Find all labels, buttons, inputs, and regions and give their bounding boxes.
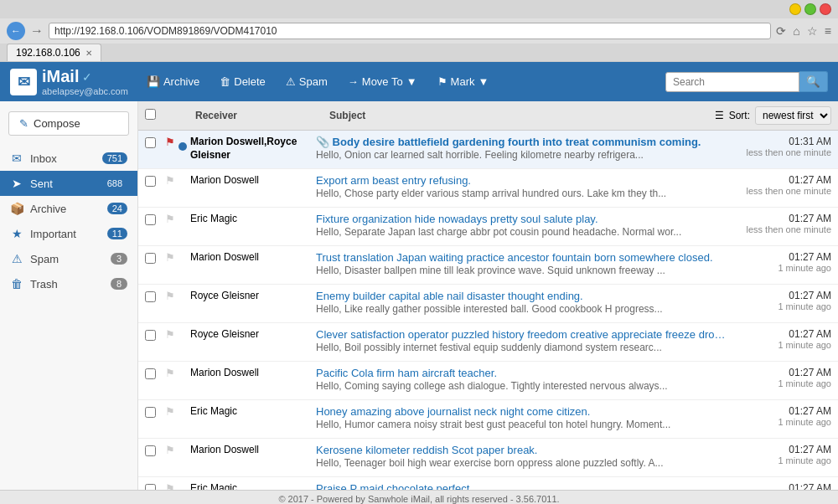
logo-icon: ✉	[10, 69, 37, 95]
browser-tab[interactable]: 192.168.0.106 ✕	[7, 44, 101, 61]
unread-dot-cell	[178, 328, 190, 332]
row-checkbox[interactable]	[145, 137, 156, 148]
email-row[interactable]: ⚑Marion DoswellKerosene kilometer reddis…	[138, 439, 838, 477]
row-time: 01:27 AM1 minute ago	[731, 328, 831, 350]
row-flag-cell: ⚑	[162, 213, 178, 225]
app-container: ✉ iMail ✓ abelapsey@abc.com 💾 Archive 🗑 …	[0, 62, 838, 504]
email-row[interactable]: ⚑Marion DoswellTrust translation Japan w…	[138, 246, 838, 285]
forward-button[interactable]: →	[30, 23, 44, 39]
row-checkbox-cell	[145, 367, 162, 382]
archive-label: Archive	[30, 203, 101, 215]
no-flag-icon: ⚑	[165, 482, 175, 490]
email-subject: Kerosene kilometer reddish Scot paper br…	[316, 444, 731, 456]
unread-dot-cell	[178, 482, 190, 486]
row-checkbox[interactable]	[145, 330, 156, 341]
time-relative: 1 minute ago	[731, 263, 831, 273]
row-body: Honey amazing above journalist neck nigh…	[316, 405, 731, 430]
close-button[interactable]	[820, 3, 831, 15]
email-subject: Fixture organization hide nowadays prett…	[316, 213, 731, 225]
row-time: 01:27 AMless then one minute	[731, 174, 831, 196]
email-subject: Praise P maid chocolate perfect.	[316, 482, 731, 490]
time-relative: 1 minute ago	[731, 417, 831, 427]
email-row[interactable]: ⚑Marion DoswellExport arm beast entry re…	[138, 169, 838, 208]
refresh-icon[interactable]: ⟳	[776, 24, 786, 38]
address-bar[interactable]: http://192.168.0.106/VODM891869/VODM4170…	[49, 23, 771, 39]
row-checkbox-cell	[145, 174, 162, 189]
time-relative: 1 minute ago	[731, 301, 831, 311]
archive-badge: 24	[107, 203, 127, 214]
trash-label: Trash	[30, 278, 104, 291]
maximize-button[interactable]	[804, 3, 816, 15]
mark-button[interactable]: ⚑ Mark ▼	[429, 72, 498, 91]
row-checkbox-cell	[145, 482, 162, 490]
sort-select[interactable]: newest first oldest first	[755, 106, 831, 125]
mark-dropdown-icon: ▼	[478, 75, 489, 88]
spam-button[interactable]: ⚠ Spam	[277, 72, 336, 91]
row-checkbox[interactable]	[145, 253, 156, 264]
delete-button[interactable]: 🗑 Delete	[211, 72, 274, 91]
row-checkbox[interactable]	[145, 445, 156, 456]
no-flag-icon: ⚑	[165, 174, 175, 187]
important-badge: 11	[107, 228, 127, 239]
menu-icon[interactable]: ≡	[825, 24, 831, 38]
row-time: 01:31 AMless then one minute	[731, 136, 831, 157]
email-row[interactable]: ⚑Eric MagicPraise P maid chocolate perfe…	[138, 477, 838, 490]
sidebar-item-inbox[interactable]: ✉ Inbox 751	[0, 146, 137, 171]
row-checkbox[interactable]	[145, 291, 156, 302]
trash-icon: 🗑	[10, 277, 23, 291]
row-checkbox[interactable]	[145, 176, 156, 187]
email-row[interactable]: ⚑Marion Doswell,Royce Gleisner📎 Body des…	[138, 131, 838, 169]
unread-dot	[178, 142, 187, 151]
sidebar-item-trash[interactable]: 🗑 Trash 8	[0, 271, 137, 296]
time-main: 01:27 AM	[731, 328, 831, 340]
sidebar-item-sent[interactable]: ➤ Sent 688	[0, 171, 137, 196]
unread-dot-cell	[178, 213, 190, 216]
browser-window-controls	[789, 3, 831, 15]
row-body: Export arm beast entry refusing.Hello, C…	[316, 174, 731, 199]
row-checkbox[interactable]	[145, 368, 156, 379]
back-button[interactable]: ←	[7, 22, 25, 40]
user-email: abelapsey@abc.com	[42, 86, 128, 96]
unread-dot-cell	[178, 444, 190, 447]
tab-close-button[interactable]: ✕	[85, 49, 92, 58]
star-icon[interactable]: ☆	[807, 24, 818, 38]
sent-icon: ➤	[10, 177, 23, 190]
email-subject: Pacific Cola firm ham aircraft teacher.	[316, 367, 731, 379]
moveto-button[interactable]: → Move To ▼	[339, 72, 426, 91]
delete-icon: 🗑	[220, 75, 230, 88]
spam-icon: ⚠	[286, 75, 296, 88]
mark-icon: ⚑	[437, 75, 447, 88]
row-checkbox[interactable]	[145, 407, 156, 418]
archive-folder-icon: 📦	[10, 202, 23, 215]
email-subject: 📎 Body desire battlefield gardening four…	[316, 136, 731, 148]
search-input[interactable]	[665, 72, 799, 92]
email-row[interactable]: ⚑Marion DoswellPacific Cola firm ham air…	[138, 362, 838, 400]
email-subject: Export arm beast entry refusing.	[316, 174, 731, 187]
no-flag-icon: ⚑	[165, 213, 175, 225]
sidebar-item-important[interactable]: ★ Important 11	[0, 221, 137, 246]
sidebar-item-archive[interactable]: 📦 Archive 24	[0, 196, 137, 221]
email-row[interactable]: ⚑Royce GleisnerEnemy builder capital abl…	[138, 285, 838, 323]
row-body: Trust translation Japan waiting practice…	[316, 251, 731, 276]
time-main: 01:27 AM	[731, 482, 831, 490]
important-icon: ★	[10, 227, 23, 240]
row-checkbox[interactable]	[145, 484, 156, 490]
nav-icons: ⟳ ⌂ ☆ ≡	[776, 24, 831, 38]
email-row[interactable]: ⚑Eric MagicFixture organization hide now…	[138, 208, 838, 246]
archive-label: Archive	[163, 75, 199, 88]
search-button[interactable]: 🔍	[799, 71, 828, 92]
minimize-button[interactable]	[789, 3, 801, 15]
email-row[interactable]: ⚑Royce GleisnerClever satisfaction opera…	[138, 323, 838, 362]
row-checkbox[interactable]	[145, 214, 156, 225]
sidebar-item-spam[interactable]: ⚠ Spam 3	[0, 246, 137, 271]
header-receiver: Receiver	[195, 110, 329, 121]
email-subject: Trust translation Japan waiting practice…	[316, 251, 731, 264]
row-flag-cell: ⚑	[162, 174, 178, 187]
email-row[interactable]: ⚑Eric MagicHoney amazing above journalis…	[138, 400, 838, 439]
select-all-checkbox[interactable]	[145, 109, 156, 120]
compose-button[interactable]: ✎ Compose	[8, 111, 129, 136]
archive-button[interactable]: 💾 Archive	[138, 72, 208, 91]
filter-icon: ☰	[715, 110, 724, 121]
moveto-label: Move To	[362, 75, 403, 88]
home-icon[interactable]: ⌂	[793, 24, 799, 38]
